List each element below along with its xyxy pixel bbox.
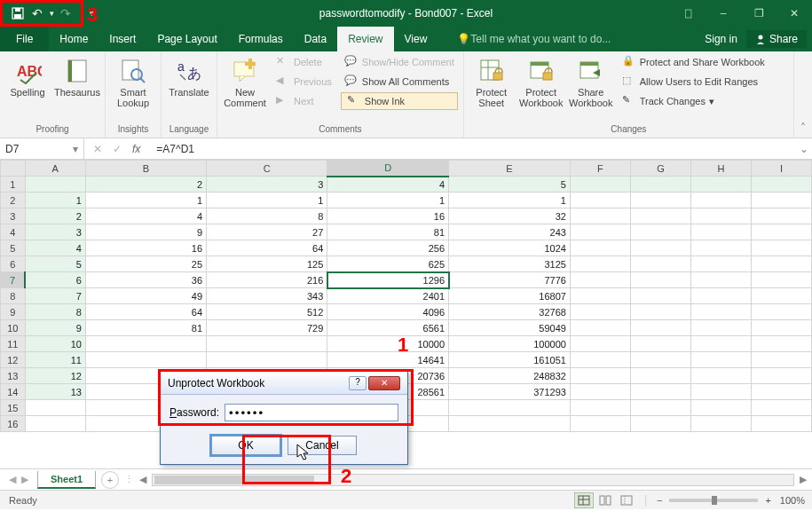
cell[interactable] — [570, 193, 630, 208]
cell[interactable]: 13 — [25, 384, 85, 400]
dialog-help-button[interactable]: ? — [349, 376, 367, 390]
cell[interactable]: 6 — [25, 272, 85, 288]
thesaurus-button[interactable]: Thesaurus — [55, 53, 99, 98]
row-header-11[interactable]: 11 — [1, 336, 26, 352]
cell[interactable]: 371293 — [449, 384, 571, 400]
cell[interactable] — [630, 304, 690, 320]
cell[interactable]: 7776 — [449, 272, 571, 288]
cell[interactable]: 16 — [85, 240, 206, 256]
spelling-button[interactable]: ABC Spelling — [5, 53, 50, 98]
collapse-ribbon-icon[interactable]: ˄ — [794, 51, 812, 138]
cell[interactable] — [690, 224, 751, 240]
save-icon[interactable] — [8, 4, 28, 23]
cell[interactable]: 4 — [85, 208, 206, 224]
cell[interactable] — [25, 416, 85, 432]
view-page-layout-icon[interactable] — [595, 492, 615, 508]
protect-share-workbook-button[interactable]: 🔒Protect and Share Workbook — [619, 53, 769, 71]
cell[interactable]: 3 — [207, 177, 327, 193]
cell[interactable] — [630, 384, 690, 400]
cell[interactable]: 11 — [25, 352, 85, 368]
row-header-16[interactable]: 16 — [1, 416, 26, 432]
cell[interactable]: 216 — [207, 272, 327, 288]
cell[interactable]: 81 — [327, 224, 449, 240]
cell[interactable]: 5 — [449, 177, 571, 193]
undo-dropdown-icon[interactable]: ▾ — [47, 4, 56, 23]
cell[interactable]: 10 — [25, 336, 85, 352]
cell[interactable]: 49 — [85, 288, 206, 304]
row-header-4[interactable]: 4 — [1, 224, 26, 240]
cell[interactable] — [751, 416, 811, 432]
cell[interactable]: 27 — [207, 224, 327, 240]
cell[interactable]: 4096 — [327, 304, 449, 320]
cell[interactable] — [690, 288, 751, 304]
cell[interactable] — [630, 400, 690, 416]
zoom-in-button[interactable]: + — [765, 495, 770, 506]
cell[interactable] — [570, 352, 630, 368]
show-ink-button[interactable]: ✎Show Ink — [341, 92, 458, 110]
sign-in-link[interactable]: Sign in — [705, 33, 746, 45]
ribbon-display-icon[interactable]: ⎕ — [670, 0, 706, 27]
tab-view[interactable]: View — [394, 27, 438, 51]
share-button[interactable]: Share — [746, 30, 807, 48]
cell[interactable]: 125 — [207, 256, 327, 272]
name-box[interactable]: D7 ▾ — [0, 138, 84, 159]
cell[interactable] — [570, 304, 630, 320]
tab-formulas[interactable]: Formulas — [228, 27, 294, 51]
cell[interactable] — [751, 400, 811, 416]
cell[interactable] — [751, 240, 811, 256]
cell[interactable]: 32768 — [449, 304, 571, 320]
track-changes-button[interactable]: ✎Track Changes ▾ — [619, 92, 769, 110]
cell[interactable] — [570, 384, 630, 400]
col-header-A[interactable]: A — [25, 161, 85, 177]
cell[interactable] — [630, 177, 690, 193]
cell[interactable] — [630, 288, 690, 304]
zoom-out-button[interactable]: − — [657, 495, 662, 506]
new-comment-button[interactable]: New Comment — [223, 53, 267, 108]
cell[interactable] — [690, 336, 751, 352]
cell[interactable]: 243 — [449, 224, 571, 240]
col-header-B[interactable]: B — [85, 161, 206, 177]
cell[interactable]: 59049 — [449, 320, 571, 336]
cell[interactable] — [570, 240, 630, 256]
protect-workbook-button[interactable]: Protect Workbook — [519, 53, 564, 108]
cell[interactable] — [751, 256, 811, 272]
cell[interactable] — [85, 336, 206, 352]
col-header-D[interactable]: D — [327, 161, 449, 177]
cell[interactable]: 16 — [327, 208, 449, 224]
tab-data[interactable]: Data — [294, 27, 337, 51]
cell[interactable] — [690, 320, 751, 336]
col-header-F[interactable]: F — [570, 161, 630, 177]
cell[interactable]: 36 — [85, 272, 206, 288]
smart-lookup-button[interactable]: Smart Lookup — [111, 53, 155, 108]
translate-button[interactable]: aあ Translate — [167, 53, 211, 98]
cell[interactable] — [570, 416, 630, 432]
cell[interactable] — [751, 304, 811, 320]
row-header-3[interactable]: 3 — [1, 208, 26, 224]
cell[interactable] — [690, 208, 751, 224]
cell[interactable]: 4 — [327, 177, 449, 193]
cell[interactable]: 1 — [449, 193, 571, 208]
cell[interactable] — [751, 352, 811, 368]
cell[interactable] — [690, 416, 751, 432]
expand-formula-bar-icon[interactable]: ⌄ — [796, 143, 812, 155]
tab-nav-prev-icon[interactable]: ◀ — [9, 474, 16, 485]
cell[interactable] — [630, 416, 690, 432]
cell[interactable] — [690, 272, 751, 288]
cell[interactable] — [449, 400, 571, 416]
tab-page-layout[interactable]: Page Layout — [146, 27, 227, 51]
cell[interactable] — [630, 336, 690, 352]
row-header-8[interactable]: 8 — [1, 288, 26, 304]
cell[interactable] — [630, 224, 690, 240]
cell[interactable]: 2 — [85, 177, 206, 193]
sheet-tab[interactable]: Sheet1 — [37, 471, 96, 489]
cell[interactable] — [751, 208, 811, 224]
cell[interactable]: 9 — [25, 320, 85, 336]
tab-review[interactable]: Review — [337, 27, 393, 51]
row-header-13[interactable]: 13 — [1, 368, 26, 384]
select-all-cell[interactable] — [1, 161, 26, 177]
minimize-icon[interactable]: – — [706, 0, 741, 27]
cell[interactable]: 1 — [207, 193, 327, 208]
cell[interactable]: 6561 — [327, 320, 449, 336]
cell[interactable]: 7 — [25, 288, 85, 304]
cell[interactable] — [690, 193, 751, 208]
